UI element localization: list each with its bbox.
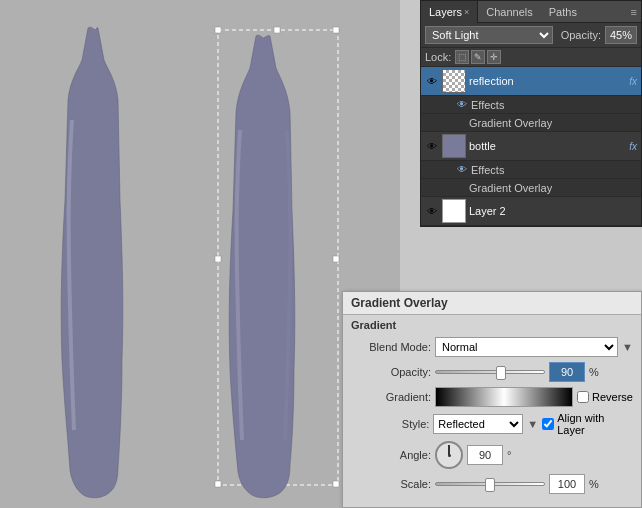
- angle-dial[interactable]: [435, 441, 463, 469]
- opacity-row: Opacity:: [561, 26, 637, 44]
- layers-panel: Layers × Channels Paths ≡ Soft Light Opa…: [420, 0, 642, 227]
- bottle-right: [215, 27, 339, 498]
- tab-layers[interactable]: Layers ×: [421, 1, 478, 23]
- blend-mode-select[interactable]: Soft Light: [425, 26, 553, 44]
- opacity-dialog-row: Opacity: %: [351, 362, 633, 382]
- canvas-svg: [0, 0, 400, 508]
- opacity-slider-thumb[interactable]: [496, 366, 506, 380]
- gradient-dialog-row: Gradient: Reverse: [351, 387, 633, 407]
- lock-icons: ⬚ ✎ ✛: [455, 50, 501, 64]
- canvas-area: [0, 0, 400, 508]
- scale-dialog-row: Scale: %: [351, 474, 633, 494]
- scale-slider[interactable]: [435, 482, 545, 486]
- layer-row-layer2[interactable]: 👁 Layer 2: [421, 197, 641, 226]
- eye-visibility-reflection[interactable]: 👁: [425, 74, 439, 88]
- svg-rect-8: [333, 481, 339, 487]
- svg-rect-5: [333, 256, 339, 262]
- style-select[interactable]: Reflected: [433, 414, 523, 434]
- angle-needle: [448, 445, 450, 455]
- layer-row-reflection[interactable]: 👁 reflection fx: [421, 67, 641, 96]
- eye-visibility-layer2[interactable]: 👁: [425, 204, 439, 218]
- style-select-row: Reflected ▼: [433, 414, 538, 434]
- angle-dialog-row: Angle: °: [351, 441, 633, 469]
- layer-thumb-reflection: [442, 69, 466, 93]
- scale-slider-thumb[interactable]: [485, 478, 495, 492]
- angle-input[interactable]: [467, 445, 503, 465]
- scale-input[interactable]: [549, 474, 585, 494]
- svg-rect-6: [215, 481, 221, 487]
- reverse-checkbox[interactable]: [577, 391, 589, 403]
- align-layer-checkbox[interactable]: [542, 418, 554, 430]
- eye-visibility-bottle[interactable]: 👁: [425, 139, 439, 153]
- dialog-section-gradient: Gradient: [343, 315, 641, 333]
- svg-rect-3: [333, 27, 339, 33]
- sublayer-effects-reflection[interactable]: 👁 Effects: [421, 96, 641, 114]
- sublayer-gradient-reflection[interactable]: Gradient Overlay: [421, 114, 641, 132]
- gradient-overlay-dialog: Gradient Overlay Gradient Blend Mode: No…: [342, 291, 642, 508]
- bottle-left: [61, 27, 123, 498]
- align-layer-row: Align with Layer: [542, 412, 633, 436]
- layer-thumb-bottle: [442, 134, 466, 158]
- reverse-checkbox-row: Reverse: [577, 391, 633, 403]
- tab-layers-close[interactable]: ×: [464, 7, 469, 17]
- opacity-slider[interactable]: [435, 370, 545, 374]
- layer-row-bottle[interactable]: 👁 bottle fx: [421, 132, 641, 161]
- lock-row: Lock: ⬚ ✎ ✛: [421, 48, 641, 67]
- panel-menu-button[interactable]: ≡: [631, 6, 637, 18]
- layer-thumb-layer2: [442, 199, 466, 223]
- blend-mode-row: Soft Light Opacity:: [421, 23, 641, 48]
- gradient-preview[interactable]: [435, 387, 573, 407]
- dialog-body: Blend Mode: Normal ▼ Opacity: % Gradient…: [343, 333, 641, 507]
- tab-paths[interactable]: Paths: [541, 1, 585, 23]
- svg-rect-2: [274, 27, 280, 33]
- lock-position-btn[interactable]: ✛: [487, 50, 501, 64]
- lock-pixels-btn[interactable]: ✎: [471, 50, 485, 64]
- lock-transparent-btn[interactable]: ⬚: [455, 50, 469, 64]
- opacity-num-input[interactable]: [549, 362, 585, 382]
- sublayer-gradient-bottle[interactable]: Gradient Overlay: [421, 179, 641, 197]
- blend-mode-dialog-row: Blend Mode: Normal ▼: [351, 337, 633, 357]
- style-dialog-row: Style: Reflected ▼ Align with Layer: [351, 412, 633, 436]
- tab-channels[interactable]: Channels: [478, 1, 540, 23]
- panel-tabs: Layers × Channels Paths ≡: [421, 1, 641, 23]
- blend-mode-dialog-select[interactable]: Normal: [435, 337, 618, 357]
- opacity-input[interactable]: [605, 26, 637, 44]
- dialog-title: Gradient Overlay: [343, 292, 641, 315]
- svg-rect-1: [215, 27, 221, 33]
- svg-rect-4: [215, 256, 221, 262]
- sublayer-effects-bottle[interactable]: 👁 Effects: [421, 161, 641, 179]
